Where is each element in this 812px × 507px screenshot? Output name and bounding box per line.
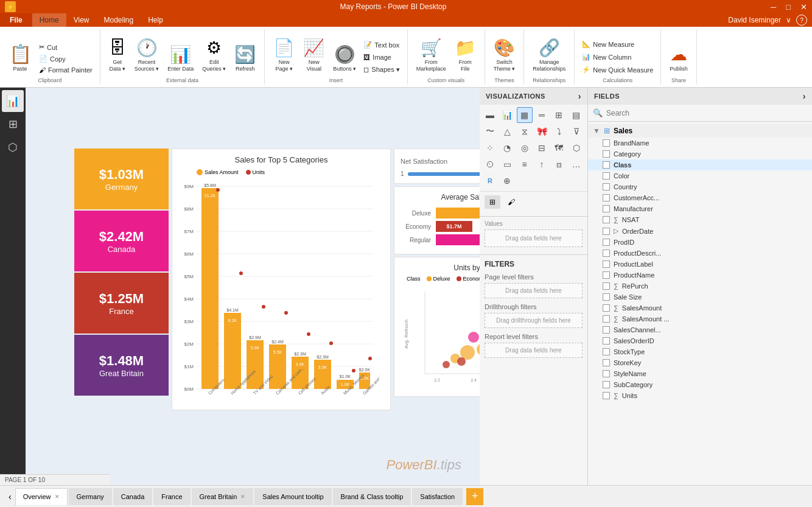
stat-card-france[interactable]: $1.25M France bbox=[74, 273, 169, 334]
field-checkbox-country[interactable] bbox=[603, 183, 610, 191]
modeling-menu[interactable]: Modeling bbox=[96, 13, 141, 27]
buttons-button[interactable]: 🔘 Buttons ▾ bbox=[329, 42, 360, 75]
sales-table-header[interactable]: ▼ ⊞ Sales bbox=[588, 124, 812, 138]
viz-treemap-icon[interactable]: ⊟ bbox=[534, 140, 550, 156]
field-checkbox-brandname[interactable] bbox=[603, 139, 610, 147]
enter-data-button[interactable]: 📊 Enter Data bbox=[164, 42, 197, 75]
fields-panel-chevron[interactable]: › bbox=[803, 91, 806, 101]
field-country[interactable]: Country bbox=[588, 181, 812, 192]
field-stocktype[interactable]: StockType bbox=[588, 346, 812, 357]
field-salesorderid[interactable]: SalesOrderID bbox=[588, 335, 812, 346]
field-salesamount2[interactable]: ∑ SalesAmount ... bbox=[588, 313, 812, 324]
close-btn[interactable]: ✕ bbox=[800, 2, 807, 12]
field-checkbox-category[interactable] bbox=[603, 150, 610, 158]
tab-france[interactable]: France bbox=[153, 488, 190, 505]
viz-funnel-icon[interactable]: ⊽ bbox=[569, 124, 584, 139]
viz-ribbon-icon[interactable]: 🎀 bbox=[534, 124, 550, 139]
viz-matrix-icon[interactable]: ▤ bbox=[569, 107, 584, 123]
viz-map-icon[interactable]: 🗺 bbox=[551, 140, 567, 156]
copy-button[interactable]: 📄 Copy bbox=[37, 54, 95, 64]
new-column-button[interactable]: 📊 New Column bbox=[579, 52, 656, 62]
field-storekey[interactable]: StoreKey bbox=[588, 357, 812, 368]
field-checkbox-salesamount2[interactable] bbox=[603, 315, 610, 323]
new-measure-button[interactable]: 📐 New Measure bbox=[579, 39, 656, 49]
file-menu[interactable]: File bbox=[0, 13, 32, 27]
satisfaction-widget[interactable]: Net Satisfaction ∨ 1 3 Q&A bbox=[394, 149, 480, 184]
stat-card-germany[interactable]: $1.03M Germany bbox=[74, 149, 169, 209]
field-checkbox-productdescri[interactable] bbox=[603, 250, 610, 257]
field-checkbox-units[interactable] bbox=[603, 392, 610, 399]
viz-multi-row-icon[interactable]: ≡ bbox=[517, 156, 533, 172]
manage-relationships-button[interactable]: 🔗 ManageRelationships bbox=[529, 35, 569, 75]
field-checkbox-salesorderid[interactable] bbox=[603, 337, 610, 344]
stat-card-great-britain[interactable]: $1.48M Great Britain bbox=[74, 335, 169, 396]
window-controls[interactable]: ─ □ ✕ bbox=[771, 2, 807, 12]
field-repurch[interactable]: ∑ RePurch bbox=[588, 281, 812, 292]
image-button[interactable]: 🖼 Image bbox=[361, 52, 402, 62]
help-icon[interactable]: ? bbox=[796, 15, 807, 26]
model-view-icon[interactable]: ⬡ bbox=[2, 136, 24, 158]
page-nav-back[interactable]: ‹ bbox=[5, 489, 15, 504]
field-checkbox-salesize[interactable] bbox=[603, 293, 610, 301]
minimize-btn[interactable]: ─ bbox=[771, 2, 776, 12]
field-orderdate[interactable]: ▷ OrderDate bbox=[588, 225, 812, 237]
get-data-button[interactable]: 🗄 GetData ▾ bbox=[105, 35, 130, 75]
shapes-button[interactable]: ◻ Shapes ▾ bbox=[361, 65, 402, 75]
tab-satisfaction[interactable]: Satisfaction bbox=[412, 488, 463, 505]
field-productlabel[interactable]: ProductLabel bbox=[588, 259, 812, 270]
viz-pie-icon[interactable]: ◔ bbox=[499, 140, 515, 156]
tab-germany[interactable]: Germany bbox=[69, 488, 112, 505]
field-class[interactable]: Class bbox=[588, 159, 812, 170]
close-tab-overview[interactable]: ✕ bbox=[55, 494, 60, 500]
viz-line-col-icon[interactable]: ⧖ bbox=[517, 124, 533, 139]
field-salesize[interactable]: Sale Size bbox=[588, 292, 812, 302]
new-quick-measure-button[interactable]: ⚡ New Quick Measure bbox=[579, 65, 656, 75]
viz-waterfall-icon[interactable]: ⤵ bbox=[551, 124, 567, 139]
field-checkbox-color[interactable] bbox=[603, 172, 610, 180]
close-tab-gb[interactable]: ✕ bbox=[240, 494, 245, 500]
text-box-button[interactable]: 📝 Text box bbox=[361, 40, 402, 50]
tab-canada[interactable]: Canada bbox=[113, 488, 153, 505]
tab-brand-class[interactable]: Brand & Class tooltip bbox=[333, 488, 411, 505]
field-brandname[interactable]: BrandName bbox=[588, 138, 812, 149]
viz-stacked-col-icon[interactable]: ▦ bbox=[517, 107, 533, 123]
field-checkbox-productlabel[interactable] bbox=[603, 260, 610, 268]
tab-sales-tooltip[interactable]: Sales Amount tooltip bbox=[254, 488, 331, 505]
from-marketplace-button[interactable]: 🛒 FromMarketplace bbox=[413, 35, 450, 75]
viz-slicer-icon[interactable]: ⧈ bbox=[551, 156, 567, 172]
sales-bar-chart[interactable]: Sales for Top 5 Categories Sales Amount … bbox=[172, 149, 391, 410]
viz-filled-map-icon[interactable]: ⬡ bbox=[569, 140, 584, 156]
field-manufacturer[interactable]: Manufacturer bbox=[588, 203, 812, 214]
switch-theme-button[interactable]: 🎨 SwitchTheme ▾ bbox=[490, 35, 519, 75]
tab-great-britain[interactable]: Great Britain ✕ bbox=[192, 488, 254, 505]
field-customeracc[interactable]: CustomerAcc... bbox=[588, 192, 812, 203]
page-filter-drop[interactable]: Drag data fields here bbox=[485, 283, 583, 298]
bubble-chart[interactable]: Units by Class & Brand Class Deluxe Econ… bbox=[394, 257, 480, 397]
avg-sale-chart[interactable]: Average Sale Amount by Class Deluxe $7.8… bbox=[394, 186, 480, 254]
from-file-button[interactable]: 📁 FromFile bbox=[451, 35, 480, 75]
field-saleschannel[interactable]: SalesChannel... bbox=[588, 324, 812, 335]
stat-card-canada[interactable]: $2.42M Canada bbox=[74, 211, 169, 271]
viz-table-icon[interactable]: ⊞ bbox=[551, 107, 567, 123]
viz-scatter-icon[interactable]: ⁘ bbox=[482, 140, 498, 156]
field-productname[interactable]: ProductName bbox=[588, 270, 812, 281]
format-painter-button[interactable]: 🖌 Format Painter bbox=[37, 65, 95, 75]
format-tab[interactable]: 🖌 bbox=[503, 195, 520, 209]
field-units[interactable]: ∑ Units bbox=[588, 390, 812, 401]
field-category[interactable]: Category bbox=[588, 149, 812, 159]
field-checkbox-saleschannel[interactable] bbox=[603, 326, 610, 334]
viz-area-icon[interactable]: △ bbox=[499, 124, 515, 139]
refresh-button[interactable]: 🔄 Refresh bbox=[231, 42, 259, 75]
viz-donut-icon[interactable]: ◎ bbox=[517, 140, 533, 156]
publish-button[interactable]: ☁ Publish bbox=[666, 42, 691, 75]
search-input[interactable] bbox=[606, 109, 807, 117]
field-checkbox-customeracc[interactable] bbox=[603, 194, 610, 201]
new-page-button[interactable]: 📄 NewPage ▾ bbox=[270, 35, 298, 75]
field-checkbox-productname[interactable] bbox=[603, 271, 610, 279]
tab-overview[interactable]: Overview ✕ bbox=[15, 488, 68, 505]
maximize-btn[interactable]: □ bbox=[786, 2, 791, 12]
build-tab[interactable]: ⊞ bbox=[485, 195, 500, 209]
viz-column-icon[interactable]: 📊 bbox=[499, 107, 515, 123]
new-visual-button[interactable]: 📈 NewVisual bbox=[299, 35, 328, 75]
viz-line-icon[interactable]: 〜 bbox=[482, 124, 498, 139]
